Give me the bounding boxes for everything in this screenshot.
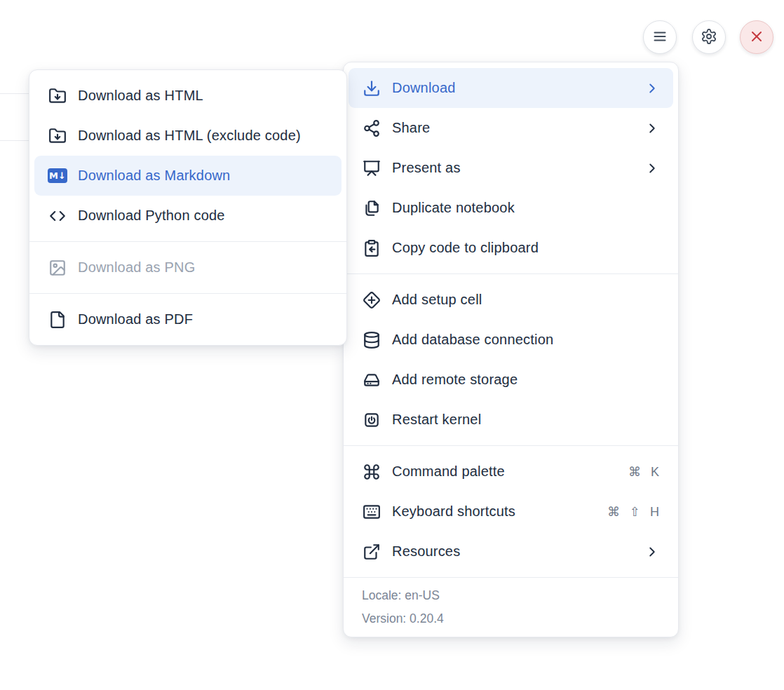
chevron-right-icon: [644, 161, 660, 176]
menu-item-download-png: Download as PNG: [34, 248, 342, 288]
menu-item-command-palette[interactable]: Command palette ⌘ K: [349, 452, 673, 492]
clipboard-copy-icon: [362, 238, 381, 257]
file-icon: [48, 310, 67, 329]
version-text: Version: 0.20.4: [362, 607, 660, 630]
menu-item-download-markdown[interactable]: M↓ Download as Markdown: [34, 156, 342, 196]
chevron-right-icon: [644, 121, 660, 136]
submenu-section-documents: Download as HTML Download as HTML (exclu…: [29, 70, 346, 241]
menu-item-keyboard-shortcuts[interactable]: Keyboard shortcuts ⌘ ⇧ H: [349, 492, 673, 532]
close-icon: [748, 28, 765, 47]
chevron-right-icon: [644, 544, 660, 560]
menu-item-download-html[interactable]: Download as HTML: [34, 76, 342, 116]
folder-down-icon: [48, 126, 67, 145]
menu-footer: Locale: en-US Version: 0.20.4: [344, 577, 678, 637]
notebook-actions-menu: Download Share Present as: [343, 62, 679, 637]
menu-item-download-html-exclude-code[interactable]: Download as HTML (exclude code): [34, 116, 342, 156]
menu-item-copy-code[interactable]: Copy code to clipboard: [349, 228, 673, 268]
markdown-badge-icon: M↓: [48, 166, 67, 185]
menu-item-download-pdf[interactable]: Download as PDF: [34, 299, 342, 339]
shortcut-hint: ⌘ K: [628, 464, 660, 480]
submenu-section-pdf: Download as PDF: [29, 293, 346, 345]
folder-down-icon: [48, 86, 67, 105]
gear-icon: [701, 28, 717, 47]
menu-section-help: Command palette ⌘ K Keyboard shortcuts ⌘…: [344, 445, 678, 577]
page-cell-border: [0, 140, 29, 141]
menu-section-export: Download Share Present as: [344, 62, 678, 273]
power-square-icon: [362, 410, 381, 429]
duplicate-pages-icon: [362, 198, 381, 217]
hard-drive-icon: [362, 370, 381, 389]
presentation-icon: [362, 158, 381, 177]
notebook-page-background: Download Share Present as: [0, 0, 784, 690]
menu-item-add-setup-cell[interactable]: Add setup cell: [349, 280, 673, 320]
menu-item-add-remote-storage[interactable]: Add remote storage: [349, 360, 673, 400]
menu-item-share[interactable]: Share: [349, 108, 673, 148]
menu-item-download-python-code[interactable]: Download Python code: [34, 196, 342, 236]
keyboard-icon: [362, 502, 381, 521]
page-cell-border: [0, 93, 29, 94]
download-icon: [362, 79, 381, 97]
menu-item-present-as[interactable]: Present as: [349, 148, 673, 188]
external-link-icon: [362, 542, 381, 561]
menu-item-restart-kernel[interactable]: Restart kernel: [349, 400, 673, 440]
locale-text: Locale: en-US: [362, 584, 660, 607]
chevron-right-icon: [644, 81, 660, 96]
menu-item-add-database[interactable]: Add database connection: [349, 320, 673, 360]
diamond-plus-icon: [362, 290, 381, 309]
command-icon: [362, 462, 381, 481]
notebook-menu-button[interactable]: [643, 20, 677, 54]
menu-item-download[interactable]: Download: [349, 68, 673, 108]
hamburger-menu-icon: [651, 28, 668, 47]
submenu-section-png: Download as PNG: [29, 241, 346, 293]
image-icon: [48, 258, 67, 277]
menu-section-notebook: Add setup cell Add database connection A…: [344, 273, 678, 445]
shutdown-button[interactable]: [740, 20, 773, 54]
menu-item-duplicate-notebook[interactable]: Duplicate notebook: [349, 188, 673, 228]
shortcut-hint: ⌘ ⇧ H: [607, 504, 660, 520]
download-submenu: Download as HTML Download as HTML (exclu…: [29, 69, 347, 346]
menu-item-resources[interactable]: Resources: [349, 532, 673, 571]
database-icon: [362, 330, 381, 349]
share-icon: [362, 119, 381, 137]
settings-button[interactable]: [692, 20, 726, 54]
code-icon: [48, 206, 67, 225]
